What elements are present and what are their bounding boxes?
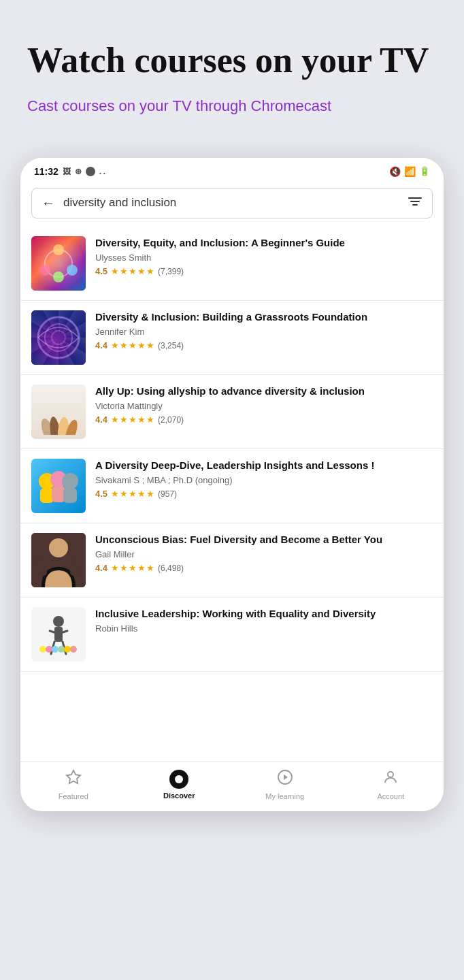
discover-icon bbox=[169, 770, 188, 789]
course-info: Unconscious Bias: Fuel Diversity and Bec… bbox=[95, 533, 433, 573]
svg-point-34 bbox=[52, 646, 59, 653]
course-item[interactable]: Unconscious Bias: Fuel Diversity and Bec… bbox=[20, 523, 444, 598]
svg-point-33 bbox=[46, 646, 52, 653]
svg-point-35 bbox=[58, 646, 65, 653]
svg-point-10 bbox=[38, 317, 79, 358]
svg-marker-40 bbox=[284, 774, 288, 780]
svg-point-4 bbox=[45, 250, 72, 277]
nav-discover[interactable]: Discover bbox=[155, 770, 203, 800]
course-rating: 4.5 ★ ★ ★ ★ ★ (7,399) bbox=[95, 266, 433, 276]
course-rating: 4.4 ★ ★ ★ ★ ★ (2,070) bbox=[95, 414, 433, 425]
course-info: Ally Up: Using allyship to advance diver… bbox=[95, 385, 433, 425]
svg-point-26 bbox=[53, 616, 64, 627]
course-title: A Diversity Deep-Dive, Leadership Insigh… bbox=[95, 459, 433, 472]
course-rating: 4.4 ★ ★ ★ ★ ★ (6,498) bbox=[95, 563, 433, 573]
course-thumbnail bbox=[31, 459, 86, 513]
account-icon bbox=[382, 769, 399, 789]
svg-rect-9 bbox=[31, 310, 86, 365]
course-list: Diversity, Equity, and Inclusion: A Begi… bbox=[20, 227, 444, 762]
course-item[interactable]: Diversity, Equity, and Inclusion: A Begi… bbox=[20, 227, 444, 301]
course-author: Jennifer Kim bbox=[95, 327, 433, 337]
hero-title: Watch courses on your TV bbox=[27, 41, 437, 80]
course-info: Inclusive Leadership: Working with Equal… bbox=[95, 607, 433, 637]
svg-point-32 bbox=[39, 646, 46, 653]
svg-point-11 bbox=[45, 324, 72, 351]
course-author: Gail Miller bbox=[95, 549, 433, 559]
nav-account-label: Account bbox=[377, 792, 404, 800]
course-item[interactable]: Ally Up: Using allyship to advance diver… bbox=[20, 375, 444, 449]
status-bar: 11:32 🖼 ⊛ .. 🔇 📶 🔋 bbox=[20, 158, 444, 182]
nav-account[interactable]: Account bbox=[367, 769, 414, 800]
play-icon bbox=[277, 769, 293, 789]
phone-mockup: 11:32 🖼 ⊛ .. 🔇 📶 🔋 ← diversity and inclu… bbox=[20, 158, 444, 811]
svg-point-25 bbox=[49, 538, 68, 557]
hero-subtitle: Cast courses on your TV through Chromeca… bbox=[27, 96, 437, 117]
course-author: Robin Hills bbox=[95, 623, 433, 634]
course-item[interactable]: A Diversity Deep-Dive, Leadership Insigh… bbox=[20, 449, 444, 523]
course-author: Sivakami S ; MBA ; Ph.D (ongoing) bbox=[95, 475, 433, 485]
course-title: Diversity, Equity, and Inclusion: A Begi… bbox=[95, 236, 433, 250]
course-rating: 4.4 ★ ★ ★ ★ ★ (3,254) bbox=[95, 340, 433, 350]
star-icon bbox=[65, 769, 82, 789]
course-info: Diversity & Inclusion: Building a Grassr… bbox=[95, 310, 433, 350]
course-info: Diversity, Equity, and Inclusion: A Begi… bbox=[95, 236, 433, 276]
nav-featured[interactable]: Featured bbox=[50, 769, 97, 800]
back-button[interactable]: ← bbox=[42, 195, 55, 211]
nav-my-learning[interactable]: My learning bbox=[261, 769, 309, 800]
course-info: A Diversity Deep-Dive, Leadership Insigh… bbox=[95, 459, 433, 499]
status-icons: 🔇 📶 🔋 bbox=[389, 166, 430, 177]
course-title: Inclusive Leadership: Working with Equal… bbox=[95, 607, 433, 621]
course-thumbnail bbox=[31, 236, 86, 291]
course-thumbnail bbox=[31, 533, 86, 587]
svg-point-22 bbox=[62, 473, 78, 489]
status-time: 11:32 🖼 ⊛ .. bbox=[34, 166, 107, 177]
bottom-nav: Featured Discover My learning bbox=[20, 762, 444, 811]
course-title: Unconscious Bias: Fuel Diversity and Bec… bbox=[95, 533, 433, 546]
search-query[interactable]: diversity and inclusion bbox=[63, 196, 399, 210]
course-item[interactable]: Inclusive Leadership: Working with Equal… bbox=[20, 598, 444, 672]
nav-my-learning-label: My learning bbox=[265, 792, 304, 800]
course-title: Ally Up: Using allyship to advance diver… bbox=[95, 385, 433, 398]
svg-point-36 bbox=[64, 646, 71, 653]
nav-discover-label: Discover bbox=[163, 791, 195, 800]
search-bar[interactable]: ← diversity and inclusion bbox=[31, 188, 433, 218]
course-rating: 4.5 ★ ★ ★ ★ ★ (957) bbox=[95, 489, 433, 499]
course-thumbnail bbox=[31, 385, 86, 439]
svg-point-5 bbox=[53, 244, 64, 255]
course-item[interactable]: Diversity & Inclusion: Building a Grassr… bbox=[20, 301, 444, 375]
course-author: Victoria Mattingly bbox=[95, 401, 433, 411]
hero-section: Watch courses on your TV Cast courses on… bbox=[0, 0, 464, 144]
course-author: Ulysses Smith bbox=[95, 252, 433, 263]
course-thumbnail bbox=[31, 310, 86, 365]
svg-point-7 bbox=[39, 265, 50, 276]
svg-point-37 bbox=[70, 646, 77, 653]
svg-point-41 bbox=[388, 772, 393, 777]
svg-rect-23 bbox=[63, 488, 77, 503]
course-title: Diversity & Inclusion: Building a Grassr… bbox=[95, 310, 433, 324]
svg-rect-3 bbox=[31, 236, 86, 291]
filter-button[interactable] bbox=[408, 195, 422, 211]
course-thumbnail bbox=[31, 607, 86, 662]
nav-featured-label: Featured bbox=[59, 792, 88, 800]
svg-point-6 bbox=[67, 265, 78, 276]
svg-point-12 bbox=[52, 331, 65, 344]
svg-point-8 bbox=[53, 272, 64, 282]
svg-marker-38 bbox=[67, 770, 80, 783]
